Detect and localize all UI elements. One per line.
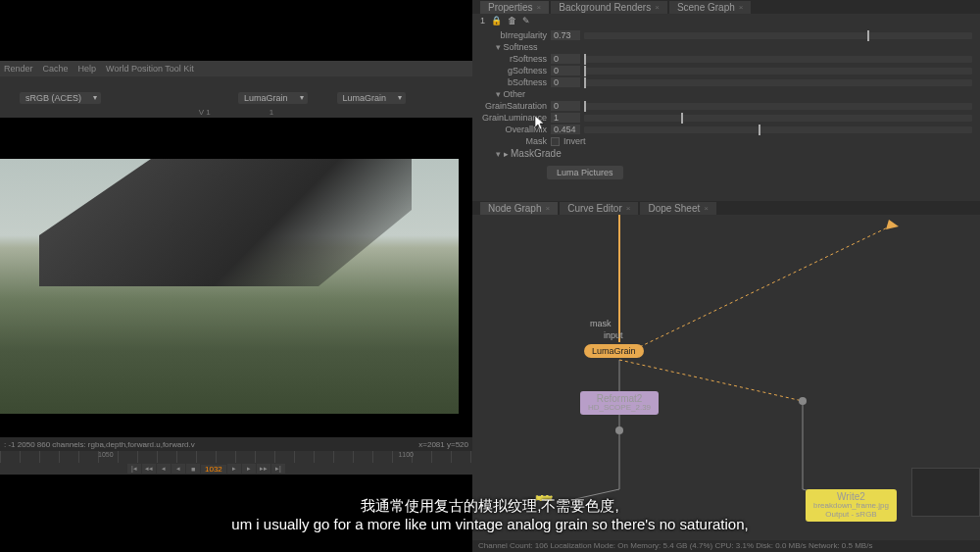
close-icon[interactable]: × — [739, 3, 744, 12]
node-graph-canvas[interactable]: mask input LumaGrain Reformat2 HD_SCOPE_… — [472, 215, 980, 528]
menu-wpt[interactable]: World Position Tool Kit — [106, 64, 194, 74]
param-value-field[interactable]: 0.73 — [551, 30, 580, 40]
param-value-field[interactable]: 1 — [551, 113, 580, 123]
node-wires — [472, 215, 980, 528]
param-mask: Mask Invert — [480, 135, 972, 147]
next-frame-button[interactable]: ▸ — [242, 464, 256, 474]
last-frame-button[interactable]: ▸| — [271, 464, 285, 474]
viewer-statusbar: : -1 2050 860 channels: rgba,depth,forwa… — [0, 437, 472, 451]
graph-tabbar: Node Graph× Curve Editor× Dope Sheet× — [472, 201, 980, 215]
param-label: rSoftness — [480, 54, 547, 64]
node-subtitle: HD_SCOPE_2.39 — [588, 404, 651, 413]
menu-help[interactable]: Help — [78, 64, 97, 74]
param-label: bSoftness — [480, 77, 547, 87]
node-a-dropdown[interactable]: LumaGrain — [238, 92, 308, 104]
current-frame-field[interactable]: 1032 — [201, 465, 226, 474]
param-overallmix: OverallMix 0.454 — [480, 124, 972, 135]
param-gsoftness: gSoftness 0 — [480, 65, 972, 76]
node-input-label: input — [604, 330, 623, 340]
param-value-field[interactable]: 0 — [551, 101, 580, 111]
properties-toolbar: 1 🔒 🗑 ✎ — [472, 14, 980, 27]
view-label-right: 1 — [270, 108, 273, 117]
lock-icon[interactable]: 🔒 — [491, 16, 502, 25]
play-back-button[interactable]: ◂ — [172, 464, 185, 474]
viewer-letterbox-bottom — [0, 414, 472, 437]
prev-key-button[interactable]: ◂◂ — [142, 464, 156, 474]
node-write2[interactable]: Write2 breakdown_frame.jpg Output - sRGB — [806, 489, 897, 522]
status-coords: x=2081 y=520 — [418, 440, 468, 449]
svg-point-1 — [799, 397, 807, 405]
node-b-dropdown[interactable]: LumaGrain — [337, 92, 407, 104]
param-label: bIrregularity — [480, 30, 547, 40]
close-icon[interactable]: × — [545, 204, 550, 213]
param-rsoftness: rSoftness 0 — [480, 53, 972, 65]
viewer-letterbox-top — [0, 118, 472, 159]
param-birregularity: bIrregularity 0.73 — [480, 29, 972, 41]
toolbar-row3: V 1 1 — [0, 106, 472, 118]
invert-label: Invert — [564, 136, 586, 146]
param-label: OverallMix — [480, 125, 547, 134]
param-slider[interactable] — [584, 115, 972, 122]
param-value-field[interactable]: 0 — [551, 54, 580, 64]
tab-curveeditor[interactable]: Curve Editor× — [560, 202, 638, 215]
prev-frame-button[interactable]: ◂ — [157, 464, 171, 474]
node-mask-label: mask — [590, 319, 612, 328]
tab-nodegraph[interactable]: Node Graph× — [480, 202, 558, 215]
right-panel: Properties× Background Renders× Scene Gr… — [472, 0, 980, 552]
param-slider[interactable] — [584, 79, 972, 86]
transport-controls: |◂ ◂◂ ◂ ◂ ■ 1032 ▸ ▸ ▸▸ ▸| — [0, 463, 472, 475]
param-label: GrainSaturation — [480, 101, 547, 111]
tab-dopesheet[interactable]: Dope Sheet× — [640, 202, 716, 215]
param-slider[interactable] — [584, 68, 972, 75]
viewer-image[interactable] — [0, 159, 459, 414]
status-footer: Channel Count: 106 Localization Mode: On… — [472, 540, 980, 552]
param-slider[interactable] — [584, 32, 972, 39]
lumapictures-button[interactable]: Luma Pictures — [547, 166, 623, 179]
menubar: Render Cache Help World Position Tool Ki… — [0, 61, 472, 76]
menu-cache[interactable]: Cache — [43, 64, 69, 74]
param-slider[interactable] — [584, 126, 972, 133]
param-label: GrainLuminance — [480, 113, 547, 123]
node-reformat2[interactable]: Reformat2 HD_SCOPE_2.39 — [580, 391, 659, 415]
section-other[interactable]: Other — [480, 88, 972, 100]
clear-icon[interactable]: 🗑 — [508, 16, 516, 25]
properties-body: bIrregularity 0.73 Softness rSoftness 0 … — [472, 27, 980, 181]
play-button[interactable]: ▸ — [227, 464, 241, 474]
toolbar-row2: sRGB (ACES) LumaGrain LumaGrain — [0, 90, 472, 106]
close-icon[interactable]: × — [704, 204, 709, 213]
view-label-left: V 1 — [199, 108, 211, 117]
node-subtitle2: Output - sRGB — [813, 511, 889, 520]
timeline: |◂ ◂◂ ◂ ◂ ■ 1032 ▸ ▸ ▸▸ ▸| — [0, 451, 472, 475]
close-icon[interactable]: × — [537, 3, 542, 12]
section-softness[interactable]: Softness — [480, 41, 972, 53]
node-write-left[interactable] — [535, 495, 553, 501]
tab-bgrenders[interactable]: Background Renders× — [551, 1, 667, 14]
param-value-field[interactable]: 0 — [551, 77, 580, 87]
first-frame-button[interactable]: |◂ — [127, 464, 141, 474]
next-key-button[interactable]: ▸▸ — [257, 464, 270, 474]
param-value-field[interactable]: 0 — [551, 66, 580, 75]
close-icon[interactable]: × — [655, 3, 660, 12]
mask-checkbox[interactable] — [551, 137, 560, 146]
edit-icon[interactable]: ✎ — [522, 16, 530, 25]
param-grainsaturation: GrainSaturation 0 — [480, 100, 972, 112]
stop-button[interactable]: ■ — [186, 464, 200, 474]
timeline-ruler[interactable] — [0, 451, 472, 463]
tab-scenegraph[interactable]: Scene Graph× — [669, 1, 752, 14]
panel-count: 1 — [480, 16, 485, 25]
param-slider[interactable] — [584, 56, 972, 63]
param-label: Mask — [480, 136, 547, 146]
status-channels: : -1 2050 860 channels: rgba,depth,forwa… — [4, 440, 195, 449]
nodegraph-minimap[interactable] — [911, 468, 980, 517]
param-slider[interactable] — [584, 103, 972, 110]
menu-render[interactable]: Render — [4, 64, 33, 74]
colorspace-dropdown[interactable]: sRGB (ACES) — [20, 92, 101, 104]
param-grainluminance: GrainLuminance 1 — [480, 112, 972, 124]
close-icon[interactable]: × — [626, 204, 631, 213]
tab-properties[interactable]: Properties× — [480, 1, 549, 14]
viewer-top-black — [0, 0, 472, 61]
properties-tabbar: Properties× Background Renders× Scene Gr… — [472, 0, 980, 14]
section-maskgrade[interactable]: ▸ MaskGrade — [480, 147, 972, 160]
node-lumagrain[interactable]: LumaGrain — [584, 344, 644, 358]
param-value-field[interactable]: 0.454 — [551, 125, 580, 134]
